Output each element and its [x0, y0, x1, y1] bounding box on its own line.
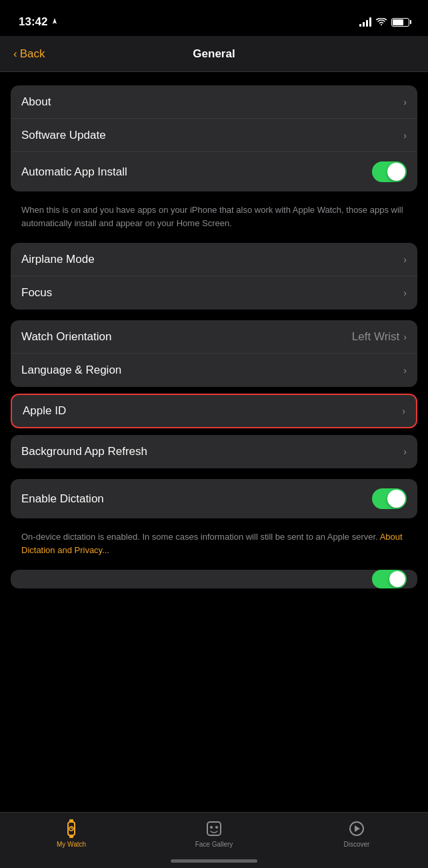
- automatic-app-install-label: Automatic App Install: [21, 165, 127, 179]
- svg-rect-6: [207, 822, 221, 835]
- watch-orientation-item[interactable]: Watch Orientation Left Wrist ›: [11, 320, 417, 354]
- watch-orientation-value: Left Wrist: [352, 330, 399, 344]
- about-chevron-icon: ›: [403, 97, 407, 107]
- face-gallery-svg-icon: [205, 820, 223, 837]
- battery-icon: [391, 18, 409, 27]
- software-update-right: ›: [403, 130, 407, 141]
- watch-orientation-label: Watch Orientation: [21, 330, 111, 344]
- nav-bar: ‹ Back General: [0, 36, 428, 72]
- svg-rect-2: [69, 835, 73, 838]
- face-gallery-tab-label: Face Gallery: [195, 841, 233, 848]
- software-update-item[interactable]: Software Update ›: [11, 119, 417, 152]
- enable-dictation-item[interactable]: Enable Dictation: [11, 479, 417, 518]
- svg-point-7: [210, 826, 213, 829]
- watch-orientation-right: Left Wrist ›: [352, 330, 407, 344]
- face-gallery-icon: [205, 819, 223, 838]
- enable-dictation-label: Enable Dictation: [21, 492, 104, 506]
- background-app-refresh-right: ›: [403, 446, 407, 457]
- about-label: About: [21, 95, 51, 109]
- discover-svg-icon: [348, 820, 365, 837]
- apple-id-chevron-icon: ›: [402, 406, 405, 416]
- group-5: Enable Dictation: [11, 479, 417, 518]
- discover-icon: [347, 819, 366, 838]
- about-right: ›: [403, 97, 407, 107]
- wifi-icon: [376, 18, 387, 26]
- language-region-item[interactable]: Language & Region ›: [11, 354, 417, 387]
- dynamic-island: [171, 7, 257, 29]
- back-label: Back: [20, 47, 45, 61]
- automatic-app-install-helper: When this is on and you have apps on you…: [11, 198, 417, 239]
- software-update-chevron-icon: ›: [403, 130, 407, 141]
- apple-id-right: ›: [402, 406, 405, 416]
- group-2: Airplane Mode › Focus ›: [11, 243, 417, 310]
- my-watch-icon: [62, 819, 81, 838]
- watch-orientation-chevron-icon: ›: [403, 332, 407, 342]
- tab-my-watch[interactable]: My Watch: [0, 819, 143, 848]
- group-3: Watch Orientation Left Wrist › Language …: [11, 320, 417, 387]
- focus-label: Focus: [21, 286, 52, 300]
- status-icons: [359, 17, 409, 27]
- dictation-toggle-knob: [387, 490, 405, 508]
- language-region-label: Language & Region: [21, 364, 121, 377]
- airplane-mode-right: ›: [403, 254, 407, 265]
- tab-discover[interactable]: Discover: [285, 819, 428, 848]
- enable-dictation-toggle[interactable]: [372, 488, 407, 509]
- signal-icon: [359, 17, 371, 27]
- dictation-text: On-device dictation is enabled. In some …: [21, 532, 380, 542]
- partial-row: [11, 570, 417, 588]
- focus-item[interactable]: Focus ›: [11, 276, 417, 310]
- back-chevron-icon: ‹: [13, 47, 17, 61]
- location-icon: [51, 18, 59, 26]
- airplane-mode-chevron-icon: ›: [403, 254, 407, 265]
- svg-marker-10: [355, 825, 360, 832]
- phone-frame: 13:42 ‹: [0, 0, 428, 868]
- automatic-app-install-item[interactable]: Automatic App Install: [11, 152, 417, 191]
- dictation-helper: On-device dictation is enabled. In some …: [11, 525, 417, 566]
- partial-toggle-knob: [389, 571, 405, 587]
- time-display: 13:42: [19, 15, 47, 29]
- my-watch-tab-label: My Watch: [57, 841, 86, 848]
- tab-face-gallery[interactable]: Face Gallery: [143, 819, 285, 848]
- status-time: 13:42: [19, 15, 59, 29]
- apple-id-label: Apple ID: [23, 404, 66, 418]
- back-button[interactable]: ‹ Back: [13, 47, 45, 61]
- svg-point-8: [215, 826, 218, 829]
- airplane-mode-label: Airplane Mode: [21, 253, 95, 266]
- focus-chevron-icon: ›: [403, 288, 407, 298]
- discover-tab-label: Discover: [344, 841, 370, 848]
- group-1: About › Software Update › Automatic App …: [11, 85, 417, 191]
- home-indicator: [171, 859, 257, 863]
- focus-right: ›: [403, 288, 407, 298]
- background-app-refresh-label: Background App Refresh: [21, 445, 147, 458]
- apple-id-item[interactable]: Apple ID ›: [11, 394, 417, 428]
- background-app-refresh-item[interactable]: Background App Refresh ›: [11, 435, 417, 468]
- scroll-content: About › Software Update › Automatic App …: [0, 72, 428, 812]
- automatic-app-install-toggle[interactable]: [372, 161, 407, 182]
- software-update-label: Software Update: [21, 129, 106, 142]
- group-4: Background App Refresh ›: [11, 435, 417, 468]
- background-app-refresh-chevron-icon: ›: [403, 446, 407, 457]
- airplane-mode-item[interactable]: Airplane Mode ›: [11, 243, 417, 276]
- watch-svg-icon: [63, 819, 80, 838]
- toggle-knob: [387, 163, 405, 181]
- language-region-chevron-icon: ›: [403, 365, 407, 376]
- partial-toggle: [372, 570, 407, 588]
- page-title: General: [193, 47, 235, 61]
- svg-rect-1: [69, 819, 73, 823]
- language-region-right: ›: [403, 365, 407, 376]
- about-item[interactable]: About ›: [11, 85, 417, 119]
